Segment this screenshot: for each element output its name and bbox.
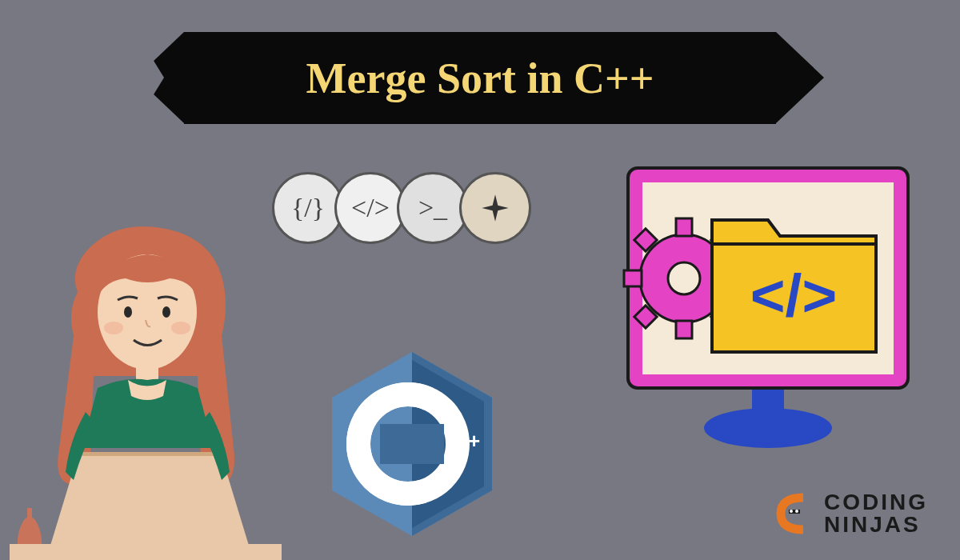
brand-text: CODING NINJAS — [824, 491, 928, 536]
svg-point-33 — [790, 510, 793, 513]
brand-icon — [771, 491, 816, 536]
svg-text:+: + — [468, 429, 480, 453]
svg-point-14 — [171, 322, 190, 334]
terminal-icon: >_ — [397, 172, 469, 244]
svg-text:+: + — [450, 429, 462, 453]
svg-point-22 — [668, 262, 700, 294]
code-braces-icon: {/} — [272, 172, 344, 244]
svg-point-11 — [124, 306, 132, 318]
svg-rect-25 — [624, 270, 642, 286]
svg-point-34 — [795, 510, 798, 513]
sparkle-icon — [459, 172, 531, 244]
svg-rect-18 — [752, 384, 784, 428]
code-badges: {/} </> >_ — [272, 172, 531, 244]
code-tag-icon: </> — [334, 172, 406, 244]
svg-rect-9 — [27, 508, 32, 522]
brand-logo: CODING NINJAS — [771, 491, 928, 536]
title-banner: Merge Sort in C++ — [184, 32, 776, 124]
page-title: Merge Sort in C++ — [306, 54, 654, 103]
cpp-logo-icon: + + — [332, 352, 492, 536]
svg-text:</>: </> — [750, 262, 837, 329]
brand-line2: NINJAS — [824, 514, 928, 536]
monitor-illustration: </> — [620, 160, 916, 448]
svg-rect-4 — [380, 424, 444, 464]
svg-point-12 — [162, 306, 170, 318]
svg-point-13 — [104, 322, 123, 334]
svg-rect-24 — [676, 321, 692, 338]
person-illustration — [10, 216, 282, 560]
brand-line1: CODING — [824, 491, 928, 514]
svg-rect-23 — [676, 218, 692, 236]
